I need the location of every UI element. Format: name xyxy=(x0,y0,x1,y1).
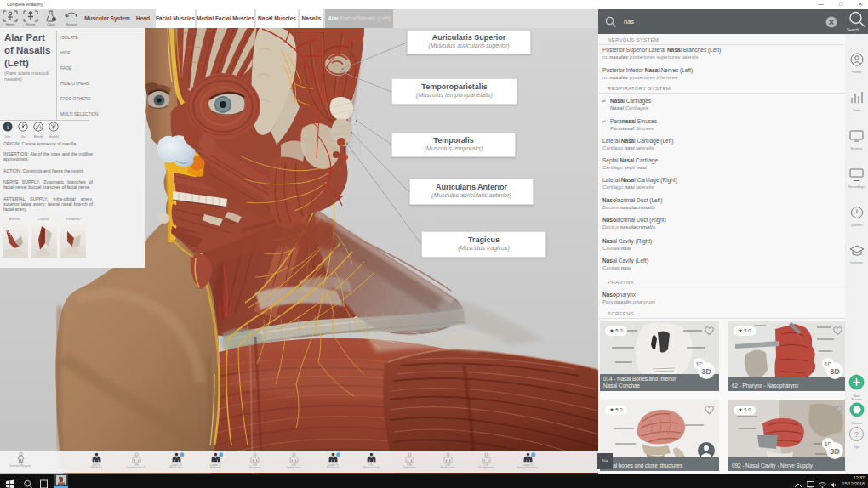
svg-text:3D: 3D xyxy=(830,367,840,376)
svg-text:3D: 3D xyxy=(830,447,840,456)
svg-text:i: i xyxy=(7,123,9,131)
svg-text:3D: 3D xyxy=(701,367,711,376)
svg-text:?: ? xyxy=(854,430,859,439)
